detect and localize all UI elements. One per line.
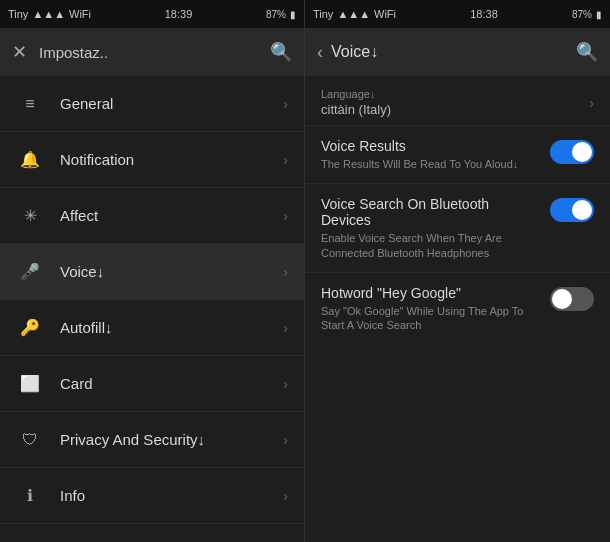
language-value: cittàin (Italy)	[321, 102, 391, 117]
voice-results-row: Voice Results The Results Will Be Read T…	[305, 126, 610, 184]
language-label: Language↓	[321, 88, 391, 100]
menu-list: ≡ General › 🔔 Notification › ✳ Affect › …	[0, 76, 304, 542]
card-label: Card	[60, 375, 283, 392]
chevron-right-icon: ›	[283, 152, 288, 168]
carrier-right: Tiny ▲▲▲ WiFi	[313, 8, 396, 20]
search-text: Impostaz..	[39, 44, 258, 61]
hotword-desc: Say "Ok Google" While Using The App To S…	[321, 304, 542, 333]
status-right-left: 87% ▮	[266, 9, 296, 20]
bluetooth-toggle[interactable]	[550, 198, 594, 222]
right-search-icon[interactable]: 🔍	[576, 41, 598, 63]
affect-label: Affect	[60, 207, 283, 224]
sidebar-item-card[interactable]: ⬜ Card ›	[0, 356, 304, 412]
hotword-title: Hotword "Hey Google"	[321, 285, 542, 301]
carrier-left-text: Tiny	[8, 8, 28, 20]
card-icon: ⬜	[16, 374, 44, 393]
voice-icon: 🎤	[16, 262, 44, 281]
status-icons-right: 87% ▮	[572, 9, 602, 20]
sidebar-item-autofill[interactable]: 🔑 Autofill↓ ›	[0, 300, 304, 356]
toggle-knob	[572, 200, 592, 220]
status-bar-right: Tiny ▲▲▲ WiFi 18:38 87% ▮	[305, 0, 610, 28]
general-label: General	[60, 95, 283, 112]
wifi-icon: WiFi	[69, 8, 91, 20]
language-chevron-icon: ›	[589, 95, 594, 111]
time-right: 18:38	[470, 8, 498, 20]
carrier-right-text: Tiny	[313, 8, 333, 20]
signal-right-icon: ▲▲▲	[337, 8, 370, 20]
right-panel-title: Voice↓	[331, 43, 568, 61]
wifi-right-icon: WiFi	[374, 8, 396, 20]
language-info: Language↓ cittàin (Italy)	[321, 88, 391, 117]
bluetooth-title: Voice Search On Bluetooth Devices	[321, 196, 542, 228]
language-section[interactable]: Language↓ cittàin (Italy) ›	[305, 76, 610, 126]
right-content: Language↓ cittàin (Italy) › Voice Result…	[305, 76, 610, 542]
toggle-knob	[572, 142, 592, 162]
left-panel: Tiny ▲▲▲ WiFi 18:39 87% ▮ ✕ Impostaz.. 🔍…	[0, 0, 305, 542]
chevron-right-icon: ›	[283, 376, 288, 392]
voice-label: Voice↓	[60, 263, 283, 280]
bluetooth-desc: Enable Voice Search When They Are Connec…	[321, 231, 542, 260]
chevron-right-icon: ›	[283, 488, 288, 504]
back-icon[interactable]: ‹	[317, 42, 323, 63]
battery-icon-right: ▮	[596, 9, 602, 20]
voice-results-text: Voice Results The Results Will Be Read T…	[321, 138, 542, 171]
battery-icon-left: ▮	[290, 9, 296, 20]
notification-icon: 🔔	[16, 150, 44, 169]
notification-label: Notification	[60, 151, 283, 168]
bluetooth-text: Voice Search On Bluetooth Devices Enable…	[321, 196, 542, 260]
close-icon[interactable]: ✕	[12, 41, 27, 63]
search-bar: ✕ Impostaz.. 🔍	[0, 28, 304, 76]
toggle-knob	[552, 289, 572, 309]
search-icon[interactable]: 🔍	[270, 41, 292, 63]
voice-results-desc: The Results Will Be Read To You Aloud↓	[321, 157, 542, 171]
sidebar-item-general[interactable]: ≡ General ›	[0, 76, 304, 132]
autofill-icon: 🔑	[16, 318, 44, 337]
voice-results-title: Voice Results	[321, 138, 542, 154]
hotword-row: Hotword "Hey Google" Say "Ok Google" Whi…	[305, 273, 610, 345]
sidebar-item-affect[interactable]: ✳ Affect ›	[0, 188, 304, 244]
chevron-right-icon: ›	[283, 432, 288, 448]
status-bar-left: Tiny ▲▲▲ WiFi 18:39 87% ▮	[0, 0, 304, 28]
sidebar-item-voice[interactable]: 🎤 Voice↓ ›	[0, 244, 304, 300]
affect-icon: ✳	[16, 206, 44, 225]
time-left: 18:39	[165, 8, 193, 20]
battery-percent-right: 87%	[572, 9, 592, 20]
bluetooth-row: Voice Search On Bluetooth Devices Enable…	[305, 184, 610, 273]
sidebar-item-info[interactable]: ℹ Info ›	[0, 468, 304, 524]
general-icon: ≡	[16, 95, 44, 113]
sidebar-item-notification[interactable]: 🔔 Notification ›	[0, 132, 304, 188]
voice-results-toggle[interactable]	[550, 140, 594, 164]
chevron-right-icon: ›	[283, 96, 288, 112]
chevron-right-icon: ›	[283, 264, 288, 280]
autofill-label: Autofill↓	[60, 319, 283, 336]
info-icon: ℹ	[16, 486, 44, 505]
battery-percent-left: 87%	[266, 9, 286, 20]
hotword-text: Hotword "Hey Google" Say "Ok Google" Whi…	[321, 285, 542, 333]
chevron-right-icon: ›	[283, 320, 288, 336]
privacy-icon: 🛡	[16, 431, 44, 449]
hotword-toggle[interactable]	[550, 287, 594, 311]
right-header: ‹ Voice↓ 🔍	[305, 28, 610, 76]
privacy-label: Privacy And Security↓	[60, 431, 283, 448]
signal-icon: ▲▲▲	[32, 8, 65, 20]
carrier-left: Tiny ▲▲▲ WiFi	[8, 8, 91, 20]
right-panel: Tiny ▲▲▲ WiFi 18:38 87% ▮ ‹ Voice↓ 🔍 Lan…	[305, 0, 610, 542]
info-label: Info	[60, 487, 283, 504]
sidebar-item-privacy[interactable]: 🛡 Privacy And Security↓ ›	[0, 412, 304, 468]
chevron-right-icon: ›	[283, 208, 288, 224]
